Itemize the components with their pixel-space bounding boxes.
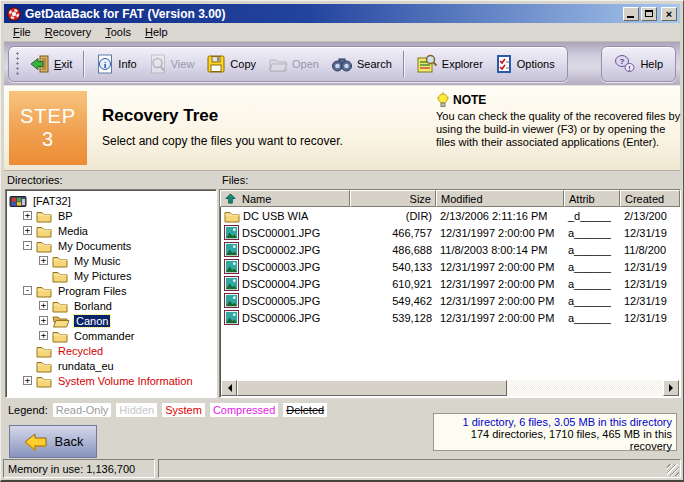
open-label: Open <box>292 58 319 70</box>
scrollbar-thumb[interactable] <box>237 380 507 396</box>
info-button[interactable]: i Info <box>90 51 142 77</box>
tree-item-bp[interactable]: + BP <box>9 208 216 223</box>
tree-expander[interactable]: + <box>23 376 32 385</box>
tree-item-label: Media <box>56 225 90 237</box>
file-row[interactable]: DSC00001.JPG 466,757 12/31/1997 2:00:00 … <box>220 224 680 241</box>
options-button[interactable]: Options <box>489 51 561 77</box>
tree-item-canon[interactable]: + Canon <box>9 313 216 328</box>
files-label: Files: <box>222 174 248 186</box>
file-row[interactable]: DSC00004.JPG 610,921 12/31/1997 2:00:00 … <box>220 275 680 292</box>
menu-recovery[interactable]: Recovery <box>38 24 98 40</box>
minimize-button[interactable] <box>623 7 639 21</box>
close-button[interactable]: × <box>661 7 677 21</box>
menu-tools[interactable]: Tools <box>98 24 138 40</box>
file-created: 12/31/19 <box>620 261 680 273</box>
scroll-left-icon <box>224 384 232 392</box>
file-size: 549,462 <box>350 295 436 307</box>
note-title: NOTE <box>453 93 486 107</box>
tree-item-label: Borland <box>72 300 114 312</box>
resize-grip-icon[interactable] <box>667 464 679 476</box>
tree-expander[interactable]: - <box>23 286 32 295</box>
page-title: Recovery Tree <box>102 106 218 126</box>
file-row[interactable]: DSC00002.JPG 486,688 11/8/2003 8:00:14 P… <box>220 241 680 258</box>
tree-item-media[interactable]: + Media <box>9 223 216 238</box>
folder-icon <box>36 374 52 388</box>
folder-icon <box>36 344 52 358</box>
folder-icon <box>52 269 68 283</box>
help-button[interactable]: ? ! Help <box>608 51 669 77</box>
view-button: View <box>143 51 201 77</box>
column-header-created[interactable]: Created <box>620 190 680 207</box>
tree-expander[interactable]: + <box>39 301 48 310</box>
tree-expander[interactable]: - <box>23 241 32 250</box>
tree-item-my-documents[interactable]: - My Documents <box>9 238 216 253</box>
column-header-name[interactable]: Name <box>220 190 350 207</box>
tree-item-label: BP <box>56 210 75 222</box>
files-header-row: Name Size Modified Attrib Created <box>220 190 680 207</box>
file-modified: 2/13/2006 2:11:16 PM <box>436 210 564 222</box>
folder-open-icon <box>52 314 70 328</box>
tree-item-program-files[interactable]: - Program Files <box>9 283 216 298</box>
back-button[interactable]: Back <box>9 425 97 458</box>
search-button[interactable]: Search <box>325 52 398 76</box>
column-header-modified[interactable]: Modified <box>436 190 564 207</box>
horizontal-scrollbar[interactable] <box>221 380 679 396</box>
directory-tree: [FAT32] + BP + Media - My Documents + My… <box>5 189 217 398</box>
folder-icon <box>36 359 52 373</box>
legend-deleted: Deleted <box>283 403 327 417</box>
legend-hidden: Hidden <box>116 403 157 417</box>
file-row[interactable]: DSC00005.JPG 549,462 12/31/1997 2:00:00 … <box>220 292 680 309</box>
tree-expander[interactable]: + <box>23 226 32 235</box>
step-banner: STEP 3 Recovery Tree Select and copy the… <box>4 85 680 171</box>
file-modified: 12/31/1997 2:00:00 PM <box>436 312 564 324</box>
maximize-button[interactable] <box>641 7 657 21</box>
tree-expander[interactable]: + <box>23 211 32 220</box>
tree-expander[interactable]: + <box>39 256 48 265</box>
tree-item-recycled[interactable]: Recycled <box>9 343 216 358</box>
toolbar-drag-handle[interactable] <box>15 51 20 77</box>
tree-item-rundata-eu[interactable]: rundata_eu <box>9 358 216 373</box>
folder-icon <box>52 254 68 268</box>
step-badge: STEP 3 <box>9 91 87 165</box>
tree-item-borland[interactable]: + Borland <box>9 298 216 313</box>
file-row[interactable]: DC USB WIA (DIR) 2/13/2006 2:11:16 PM _d… <box>220 207 680 224</box>
help-label: Help <box>640 58 663 70</box>
file-modified: 12/31/1997 2:00:00 PM <box>436 295 564 307</box>
tree-item-system-volume-information[interactable]: + System Volume Information <box>9 373 216 388</box>
file-name: DSC00006.JPG <box>242 312 320 324</box>
tree-item-my-music[interactable]: + My Music <box>9 253 216 268</box>
note-text: You can check the quality of the recover… <box>436 110 682 149</box>
scroll-right-button[interactable] <box>663 380 679 396</box>
menu-help[interactable]: Help <box>138 24 175 40</box>
tree-expander[interactable]: + <box>39 316 48 325</box>
menu-file[interactable]: File <box>6 24 38 40</box>
file-row[interactable]: DSC00006.JPG 539,128 12/31/1997 2:00:00 … <box>220 309 680 326</box>
folder-icon <box>52 299 68 313</box>
column-header-attrib[interactable]: Attrib <box>564 190 620 207</box>
note-box: NOTE You can check the quality of the re… <box>436 92 682 149</box>
legend-read-only: Read-Only <box>53 403 112 417</box>
scroll-left-button[interactable] <box>221 380 237 396</box>
file-modified: 12/31/1997 2:00:00 PM <box>436 227 564 239</box>
view-magnifier-icon <box>149 54 167 74</box>
menu-bar: File Recovery Tools Help <box>4 23 680 42</box>
tree-expander[interactable]: + <box>39 331 48 340</box>
sort-up-arrow-icon <box>225 193 236 204</box>
legend-label: Legend: <box>8 404 48 416</box>
tree-item-label: My Pictures <box>72 270 133 282</box>
file-row[interactable]: DSC00003.JPG 540,133 12/31/1997 2:00:00 … <box>220 258 680 275</box>
tree-item-fat32[interactable]: [FAT32] <box>9 193 216 208</box>
image-file-icon <box>224 242 239 257</box>
file-size: (DIR) <box>350 210 436 222</box>
file-attrib: a______ <box>564 261 620 273</box>
recovery-summary: 174 directories, 1710 files, 465 MB in t… <box>438 428 672 452</box>
folder-icon <box>36 209 52 223</box>
tree-item-commander[interactable]: + Commander <box>9 328 216 343</box>
explorer-button[interactable]: Explorer <box>410 51 489 77</box>
column-header-size[interactable]: Size <box>350 190 436 207</box>
tree-item-my-pictures[interactable]: My Pictures <box>9 268 216 283</box>
copy-button[interactable]: Copy <box>200 51 262 77</box>
info-icon: i <box>96 54 114 74</box>
exit-button[interactable]: Exit <box>24 51 78 77</box>
file-size: 540,133 <box>350 261 436 273</box>
